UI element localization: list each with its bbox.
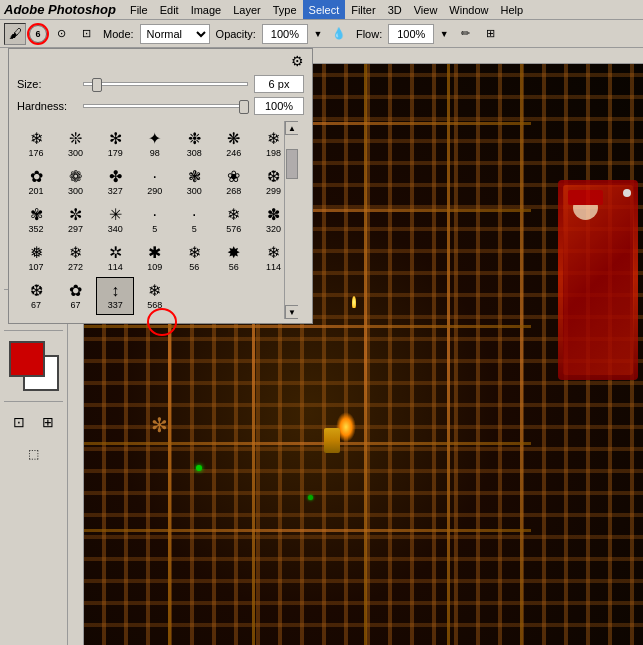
brush-size-num-12: 268 <box>226 186 241 196</box>
brush-size-num-30: 337 <box>108 300 123 310</box>
brush-cell-0[interactable]: ❄176 <box>17 125 55 163</box>
h-bar-4 <box>84 442 531 445</box>
menu-layer[interactable]: Layer <box>227 0 267 19</box>
brush-cell-19[interactable]: ❄576 <box>215 201 253 239</box>
size-label: Size: <box>17 78 77 90</box>
brush-cell-16[interactable]: ✳340 <box>96 201 134 239</box>
brush-settings-gear[interactable]: ⚙ <box>291 53 304 69</box>
brush-cell-2[interactable]: ✻179 <box>96 125 134 163</box>
menu-window[interactable]: Window <box>443 0 494 19</box>
brush-cell-15[interactable]: ✼297 <box>57 201 95 239</box>
opacity-input[interactable] <box>262 24 308 44</box>
brush-cell-29[interactable]: ✿67 <box>57 277 95 315</box>
menu-image[interactable]: Image <box>185 0 228 19</box>
menu-file[interactable]: File <box>124 0 154 19</box>
tool-quick-mask[interactable]: ⊞ <box>34 408 62 436</box>
tool-standard-mode[interactable]: ⊡ <box>5 408 33 436</box>
hardness-label: Hardness: <box>17 100 77 112</box>
flow-arrow-btn[interactable]: ▼ <box>437 23 451 45</box>
brush-cell-11[interactable]: ❃300 <box>175 163 213 201</box>
mode-select[interactable]: Normal Multiply Screen <box>140 24 210 44</box>
brush-icon-14: ✾ <box>30 207 43 223</box>
brush-icon-20: ✽ <box>267 207 280 223</box>
size-slider-thumb[interactable] <box>92 78 102 92</box>
airbrush-btn[interactable]: 💧 <box>328 23 350 45</box>
brush-size-num-22: 272 <box>68 262 83 272</box>
brush-size-num-15: 297 <box>68 224 83 234</box>
brush-size-num-21: 107 <box>28 262 43 272</box>
brush-scrollbar[interactable]: ▲ ▼ <box>284 121 298 319</box>
brush-cell-22[interactable]: ❄272 <box>57 239 95 277</box>
brush-cell-31[interactable]: ❄568 <box>136 277 174 315</box>
brush-cell-3[interactable]: ✦98 <box>136 125 174 163</box>
brush-cell-30[interactable]: ↕337 <box>96 277 134 315</box>
menu-filter[interactable]: Filter <box>345 0 381 19</box>
menu-edit[interactable]: Edit <box>154 0 185 19</box>
brush-size-num-28: 67 <box>31 300 41 310</box>
brush-size-num-13: 299 <box>266 186 281 196</box>
menu-help[interactable]: Help <box>494 0 529 19</box>
brush-size-badge[interactable]: 6 <box>29 25 47 43</box>
quick-mask-row: ⊡ ⊞ <box>5 408 62 436</box>
stylus-btn[interactable]: ✏ <box>454 23 476 45</box>
brush-size-num-27: 114 <box>266 262 281 272</box>
brush-cell-14[interactable]: ✾352 <box>17 201 55 239</box>
brush-size-num-26: 56 <box>229 262 239 272</box>
brush-cell-7[interactable]: ✿201 <box>17 163 55 201</box>
scroll-up-arrow[interactable]: ▲ <box>285 121 298 135</box>
opacity-arrow-btn[interactable]: ▼ <box>311 23 325 45</box>
brush-tool-btn[interactable]: 🖌 <box>4 23 26 45</box>
tool-screen-mode[interactable]: ⬚ <box>5 440 63 468</box>
menu-3d[interactable]: 3D <box>382 0 408 19</box>
scroll-thumb[interactable] <box>286 149 298 179</box>
brush-cell-5[interactable]: ❋246 <box>215 125 253 163</box>
ornament-5: ✻ <box>151 413 168 437</box>
brush-cell-21[interactable]: ❅107 <box>17 239 55 277</box>
brush-cell-17[interactable]: ·5 <box>136 201 174 239</box>
brush-cell-1[interactable]: ❊300 <box>57 125 95 163</box>
extra-btn[interactable]: ⊞ <box>479 23 501 45</box>
brush-cell-24[interactable]: ✱109 <box>136 239 174 277</box>
brush-icon-18: · <box>192 207 196 223</box>
brush-size-num-29: 67 <box>71 300 81 310</box>
brush-icon-21: ❅ <box>30 245 43 261</box>
menu-select[interactable]: Select <box>303 0 346 19</box>
h-bar-3 <box>84 325 531 328</box>
brush-cell-4[interactable]: ❉308 <box>175 125 213 163</box>
brush-icon-6: ❄ <box>267 131 280 147</box>
brush-cell-9[interactable]: ✤327 <box>96 163 134 201</box>
brush-size-num-24: 109 <box>147 262 162 272</box>
candle-body <box>324 428 340 453</box>
brush-icon-26: ✸ <box>227 245 240 261</box>
color-swatches <box>9 341 59 391</box>
flow-label: Flow: <box>356 28 382 40</box>
brush-cell-28[interactable]: ❆67 <box>17 277 55 315</box>
brush-size-num-17: 5 <box>152 224 157 234</box>
size-slider-track[interactable] <box>83 82 248 86</box>
brush-cell-8[interactable]: ❁300 <box>57 163 95 201</box>
flow-input[interactable] <box>388 24 434 44</box>
brush-icon-25: ❄ <box>188 245 201 261</box>
brush-icon-13: ❆ <box>267 169 280 185</box>
hardness-slider-track[interactable] <box>83 104 248 108</box>
scroll-down-arrow[interactable]: ▼ <box>285 305 298 319</box>
hardness-input[interactable] <box>254 97 304 115</box>
brush-cell-12[interactable]: ❀268 <box>215 163 253 201</box>
brush-cell-18[interactable]: ·5 <box>175 201 213 239</box>
foreground-color-swatch[interactable] <box>9 341 45 377</box>
menu-type[interactable]: Type <box>267 0 303 19</box>
brush-cell-23[interactable]: ✲114 <box>96 239 134 277</box>
tablet-pressure-btn[interactable]: ⊙ <box>50 23 72 45</box>
brush-icon-17: · <box>152 207 156 223</box>
size-input[interactable] <box>254 75 304 93</box>
brush-panel-header: ⚙ <box>9 49 312 73</box>
menu-view[interactable]: View <box>408 0 444 19</box>
brush-options-btn[interactable]: ⊡ <box>75 23 97 45</box>
brush-cell-26[interactable]: ✸56 <box>215 239 253 277</box>
brush-cell-10[interactable]: ·290 <box>136 163 174 201</box>
brush-size-num-14: 352 <box>28 224 43 234</box>
brush-cell-25[interactable]: ❄56 <box>175 239 213 277</box>
hardness-slider-thumb[interactable] <box>239 100 249 114</box>
brush-size-num-9: 327 <box>108 186 123 196</box>
tool-separator-2 <box>4 330 63 331</box>
